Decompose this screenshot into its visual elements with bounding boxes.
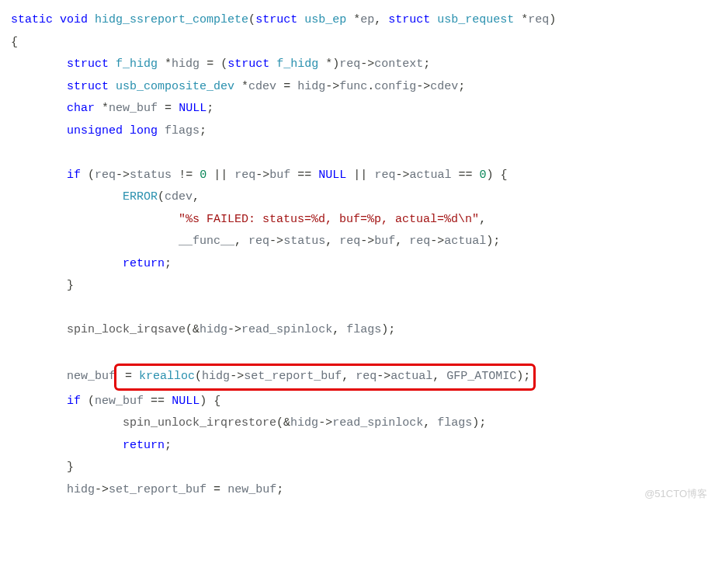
var-new-buf: new_buf (67, 370, 116, 383)
member-actual: actual (390, 370, 432, 383)
keyword-struct: struct (255, 13, 297, 26)
literal-zero: 0 (200, 169, 207, 182)
keyword-unsigned: unsigned (67, 124, 123, 137)
var-flags: flags (346, 323, 381, 336)
macro-error: ERROR (123, 190, 158, 204)
keyword-return: return (123, 439, 165, 452)
var-req: req (248, 235, 269, 248)
member-context: context (374, 57, 423, 71)
type-f-hidg: f_hidg (116, 57, 158, 71)
macro-func: __func__ (179, 235, 234, 248)
keyword-struct: struct (67, 80, 109, 93)
var-hidg: hidg (297, 80, 325, 93)
code-block: static void hidg_ssreport_complete(struc… (11, 9, 704, 501)
member-func: func (339, 80, 367, 93)
type-usb-request: usb_request (437, 13, 514, 26)
call-spin-lock: spin_lock_irqsave (67, 323, 186, 336)
var-cdev: cdev (248, 80, 276, 93)
call-krealloc: krealloc (139, 370, 195, 383)
var-req: req (95, 169, 116, 182)
member-read-spinlock: read_spinlock (241, 323, 332, 336)
member-buf: buf (374, 235, 395, 248)
const-null: NULL (172, 395, 200, 408)
member-cdev: cdev (430, 80, 458, 93)
string-literal: "%s FAILED: status=%d, buf=%p, actual=%d… (179, 213, 479, 226)
member-status: status (130, 169, 172, 182)
var-hidg: hidg (67, 483, 95, 496)
member-read-spinlock: read_spinlock (332, 416, 423, 430)
var-req: req (339, 57, 360, 71)
var-flags: flags (165, 124, 200, 137)
type-f-hidg: f_hidg (276, 57, 318, 71)
member-status: status (283, 235, 325, 248)
keyword-struct: struct (67, 57, 109, 71)
var-req: req (409, 235, 430, 248)
keyword-void: void (60, 13, 88, 26)
var-new-buf: new_buf (109, 102, 158, 115)
member-config: config (374, 80, 416, 93)
member-set-report-buf: set_report_buf (244, 370, 342, 383)
member-buf: buf (269, 169, 290, 182)
var-req: req (374, 169, 395, 182)
call-spin-unlock: spin_unlock_irqrestore (123, 416, 276, 430)
keyword-static: static (11, 13, 53, 26)
var-hidg: hidg (172, 57, 200, 71)
var-new-buf: new_buf (227, 483, 276, 496)
member-actual: actual (444, 235, 486, 248)
keyword-long: long (130, 124, 158, 137)
type-usb-composite-dev: usb_composite_dev (116, 80, 234, 93)
param-ep: ep (360, 13, 374, 26)
var-hidg: hidg (202, 370, 230, 383)
keyword-char: char (67, 102, 95, 115)
member-set-report-buf: set_report_buf (109, 483, 207, 496)
keyword-struct: struct (388, 13, 430, 26)
keyword-if: if (67, 395, 81, 408)
keyword-struct: struct (227, 57, 269, 71)
type-usb-ep: usb_ep (304, 13, 346, 26)
param-req: req (528, 13, 549, 26)
var-req: req (234, 169, 255, 182)
arg-cdev: cdev (165, 190, 193, 204)
const-null: NULL (318, 169, 346, 182)
const-null: NULL (179, 102, 207, 115)
var-req: req (339, 235, 360, 248)
keyword-return: return (123, 257, 165, 270)
const-gfp-atomic: GFP_ATOMIC (446, 370, 516, 383)
var-hidg: hidg (290, 416, 318, 430)
var-hidg: hidg (200, 323, 227, 336)
function-name: hidg_ssreport_complete (95, 13, 248, 26)
var-req: req (356, 370, 377, 383)
member-actual: actual (409, 169, 451, 182)
var-new-buf: new_buf (95, 395, 144, 408)
keyword-if: if (67, 169, 81, 182)
var-flags: flags (437, 416, 472, 430)
highlight-box: = krealloc(hidg->set_report_buf, req->ac… (114, 364, 536, 391)
